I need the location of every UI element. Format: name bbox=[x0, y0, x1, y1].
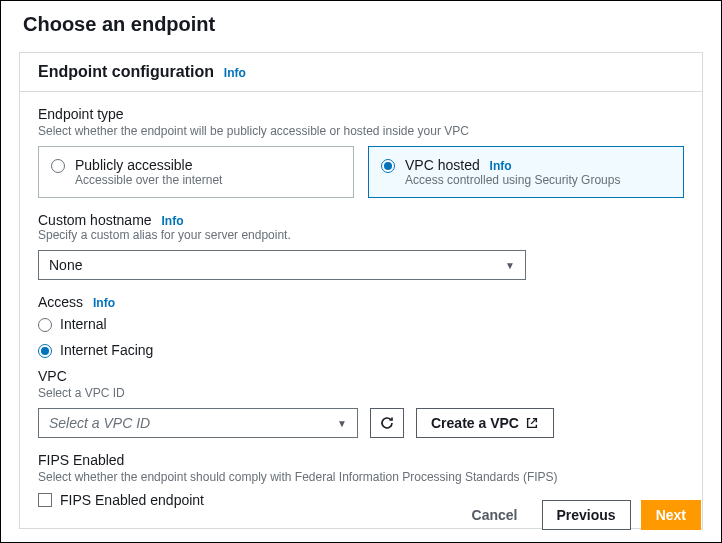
fips-checkbox-label: FIPS Enabled endpoint bbox=[60, 492, 204, 508]
radio-vpc-hosted[interactable] bbox=[381, 159, 395, 173]
access-label: Access bbox=[38, 294, 83, 310]
radio-line-internal[interactable]: Internal bbox=[38, 316, 684, 332]
tile-vpc-info-link[interactable]: Info bbox=[490, 159, 512, 173]
page-title: Choose an endpoint bbox=[23, 13, 699, 36]
create-vpc-button[interactable]: Create a VPC bbox=[416, 408, 554, 438]
refresh-button[interactable] bbox=[370, 408, 404, 438]
custom-hostname-desc: Specify a custom alias for your server e… bbox=[38, 228, 684, 242]
endpoint-config-panel: Endpoint configuration Info Endpoint typ… bbox=[19, 52, 703, 529]
fips-checkbox[interactable] bbox=[38, 493, 52, 507]
tile-public-desc: Accessible over the internet bbox=[75, 173, 222, 187]
radio-internet-facing-label: Internet Facing bbox=[60, 342, 153, 358]
endpoint-type-desc: Select whether the endpoint will be publ… bbox=[38, 124, 684, 138]
custom-hostname-select[interactable]: None ▼ bbox=[38, 250, 526, 280]
vpc-select-placeholder: Select a VPC ID bbox=[49, 415, 150, 431]
radio-internal-label: Internal bbox=[60, 316, 107, 332]
tile-vpc-desc: Access controlled using Security Groups bbox=[405, 173, 620, 187]
vpc-desc: Select a VPC ID bbox=[38, 386, 684, 400]
tile-public-title: Publicly accessible bbox=[75, 157, 222, 173]
caret-down-icon: ▼ bbox=[337, 418, 347, 429]
radio-publicly-accessible[interactable] bbox=[51, 159, 65, 173]
panel-info-link[interactable]: Info bbox=[224, 66, 246, 80]
fips-desc: Select whether the endpoint should compl… bbox=[38, 470, 684, 484]
custom-hostname-info-link[interactable]: Info bbox=[162, 214, 184, 228]
radio-internet-facing[interactable] bbox=[38, 344, 52, 358]
vpc-label: VPC bbox=[38, 368, 684, 384]
create-vpc-label: Create a VPC bbox=[431, 415, 519, 431]
tile-vpc-title: VPC hosted bbox=[405, 157, 480, 173]
vpc-select[interactable]: Select a VPC ID ▼ bbox=[38, 408, 358, 438]
refresh-icon bbox=[379, 415, 395, 431]
access-info-link[interactable]: Info bbox=[93, 296, 115, 310]
wizard-footer: Cancel Previous Next bbox=[438, 488, 721, 542]
tile-vpc-hosted[interactable]: VPC hosted Info Access controlled using … bbox=[368, 146, 684, 198]
next-button[interactable]: Next bbox=[641, 500, 701, 530]
tile-publicly-accessible[interactable]: Publicly accessible Accessible over the … bbox=[38, 146, 354, 198]
radio-internal[interactable] bbox=[38, 318, 52, 332]
external-link-icon bbox=[525, 416, 539, 430]
radio-line-internet-facing[interactable]: Internet Facing bbox=[38, 342, 684, 358]
panel-title: Endpoint configuration bbox=[38, 63, 214, 80]
custom-hostname-label: Custom hostname bbox=[38, 212, 152, 228]
cancel-button[interactable]: Cancel bbox=[458, 500, 532, 530]
custom-hostname-value: None bbox=[49, 257, 82, 273]
endpoint-type-label: Endpoint type bbox=[38, 106, 684, 122]
caret-down-icon: ▼ bbox=[505, 260, 515, 271]
fips-label: FIPS Enabled bbox=[38, 452, 684, 468]
previous-button[interactable]: Previous bbox=[542, 500, 631, 530]
